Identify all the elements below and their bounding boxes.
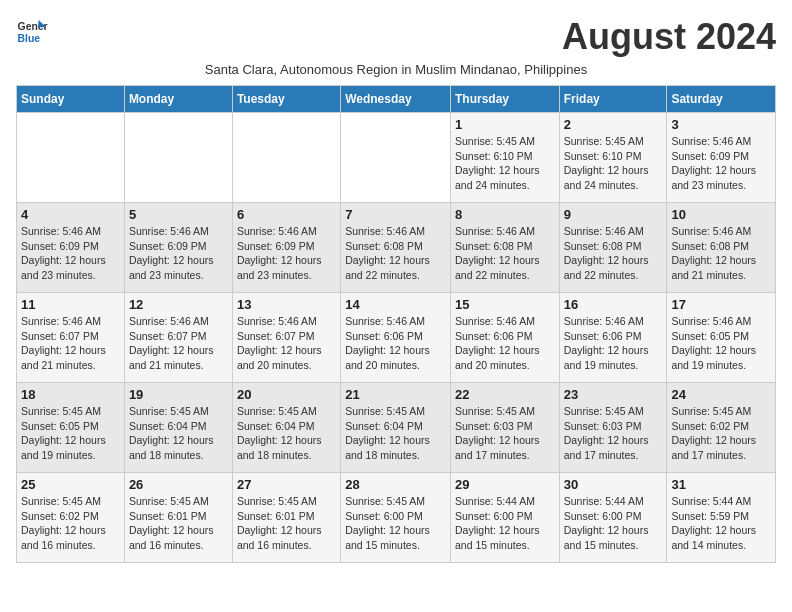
day-number: 4 [21, 207, 120, 222]
day-number: 19 [129, 387, 228, 402]
day-cell: 17Sunrise: 5:46 AM Sunset: 6:05 PM Dayli… [667, 293, 776, 383]
day-cell: 2Sunrise: 5:45 AM Sunset: 6:10 PM Daylig… [559, 113, 667, 203]
day-cell: 4Sunrise: 5:46 AM Sunset: 6:09 PM Daylig… [17, 203, 125, 293]
day-cell: 24Sunrise: 5:45 AM Sunset: 6:02 PM Dayli… [667, 383, 776, 473]
day-number: 22 [455, 387, 555, 402]
day-cell: 3Sunrise: 5:46 AM Sunset: 6:09 PM Daylig… [667, 113, 776, 203]
day-detail: Sunrise: 5:44 AM Sunset: 5:59 PM Dayligh… [671, 494, 771, 553]
day-cell [17, 113, 125, 203]
day-number: 20 [237, 387, 336, 402]
day-number: 27 [237, 477, 336, 492]
day-cell: 30Sunrise: 5:44 AM Sunset: 6:00 PM Dayli… [559, 473, 667, 563]
day-detail: Sunrise: 5:45 AM Sunset: 6:01 PM Dayligh… [129, 494, 228, 553]
day-detail: Sunrise: 5:46 AM Sunset: 6:08 PM Dayligh… [455, 224, 555, 283]
day-detail: Sunrise: 5:45 AM Sunset: 6:05 PM Dayligh… [21, 404, 120, 463]
day-cell: 27Sunrise: 5:45 AM Sunset: 6:01 PM Dayli… [232, 473, 340, 563]
day-number: 10 [671, 207, 771, 222]
day-number: 25 [21, 477, 120, 492]
day-detail: Sunrise: 5:46 AM Sunset: 6:06 PM Dayligh… [455, 314, 555, 373]
day-number: 5 [129, 207, 228, 222]
day-number: 31 [671, 477, 771, 492]
day-detail: Sunrise: 5:46 AM Sunset: 6:05 PM Dayligh… [671, 314, 771, 373]
day-number: 16 [564, 297, 663, 312]
header-row: SundayMondayTuesdayWednesdayThursdayFrid… [17, 86, 776, 113]
day-detail: Sunrise: 5:46 AM Sunset: 6:07 PM Dayligh… [21, 314, 120, 373]
day-cell: 6Sunrise: 5:46 AM Sunset: 6:09 PM Daylig… [232, 203, 340, 293]
day-detail: Sunrise: 5:45 AM Sunset: 6:10 PM Dayligh… [455, 134, 555, 193]
day-detail: Sunrise: 5:46 AM Sunset: 6:08 PM Dayligh… [345, 224, 446, 283]
day-header-friday: Friday [559, 86, 667, 113]
day-cell [341, 113, 451, 203]
day-detail: Sunrise: 5:45 AM Sunset: 6:03 PM Dayligh… [455, 404, 555, 463]
day-cell: 11Sunrise: 5:46 AM Sunset: 6:07 PM Dayli… [17, 293, 125, 383]
day-cell: 26Sunrise: 5:45 AM Sunset: 6:01 PM Dayli… [124, 473, 232, 563]
day-number: 29 [455, 477, 555, 492]
day-cell: 8Sunrise: 5:46 AM Sunset: 6:08 PM Daylig… [450, 203, 559, 293]
day-number: 30 [564, 477, 663, 492]
day-cell: 15Sunrise: 5:46 AM Sunset: 6:06 PM Dayli… [450, 293, 559, 383]
day-header-tuesday: Tuesday [232, 86, 340, 113]
day-header-wednesday: Wednesday [341, 86, 451, 113]
day-number: 11 [21, 297, 120, 312]
day-detail: Sunrise: 5:46 AM Sunset: 6:09 PM Dayligh… [671, 134, 771, 193]
day-cell: 21Sunrise: 5:45 AM Sunset: 6:04 PM Dayli… [341, 383, 451, 473]
calendar-table: SundayMondayTuesdayWednesdayThursdayFrid… [16, 85, 776, 563]
day-cell: 14Sunrise: 5:46 AM Sunset: 6:06 PM Dayli… [341, 293, 451, 383]
day-detail: Sunrise: 5:46 AM Sunset: 6:09 PM Dayligh… [21, 224, 120, 283]
subtitle: Santa Clara, Autonomous Region in Muslim… [16, 62, 776, 77]
day-cell: 18Sunrise: 5:45 AM Sunset: 6:05 PM Dayli… [17, 383, 125, 473]
day-number: 13 [237, 297, 336, 312]
day-number: 18 [21, 387, 120, 402]
day-cell: 9Sunrise: 5:46 AM Sunset: 6:08 PM Daylig… [559, 203, 667, 293]
day-detail: Sunrise: 5:46 AM Sunset: 6:06 PM Dayligh… [345, 314, 446, 373]
day-cell: 31Sunrise: 5:44 AM Sunset: 5:59 PM Dayli… [667, 473, 776, 563]
day-detail: Sunrise: 5:46 AM Sunset: 6:07 PM Dayligh… [129, 314, 228, 373]
day-cell: 23Sunrise: 5:45 AM Sunset: 6:03 PM Dayli… [559, 383, 667, 473]
day-number: 24 [671, 387, 771, 402]
week-row-4: 18Sunrise: 5:45 AM Sunset: 6:05 PM Dayli… [17, 383, 776, 473]
day-cell: 20Sunrise: 5:45 AM Sunset: 6:04 PM Dayli… [232, 383, 340, 473]
day-header-monday: Monday [124, 86, 232, 113]
day-cell: 29Sunrise: 5:44 AM Sunset: 6:00 PM Dayli… [450, 473, 559, 563]
day-detail: Sunrise: 5:45 AM Sunset: 6:02 PM Dayligh… [21, 494, 120, 553]
day-number: 1 [455, 117, 555, 132]
week-row-5: 25Sunrise: 5:45 AM Sunset: 6:02 PM Dayli… [17, 473, 776, 563]
day-cell: 10Sunrise: 5:46 AM Sunset: 6:08 PM Dayli… [667, 203, 776, 293]
day-detail: Sunrise: 5:46 AM Sunset: 6:09 PM Dayligh… [129, 224, 228, 283]
day-cell [232, 113, 340, 203]
day-number: 26 [129, 477, 228, 492]
day-number: 14 [345, 297, 446, 312]
day-cell: 5Sunrise: 5:46 AM Sunset: 6:09 PM Daylig… [124, 203, 232, 293]
day-number: 28 [345, 477, 446, 492]
day-number: 15 [455, 297, 555, 312]
day-number: 6 [237, 207, 336, 222]
day-cell: 28Sunrise: 5:45 AM Sunset: 6:00 PM Dayli… [341, 473, 451, 563]
day-header-thursday: Thursday [450, 86, 559, 113]
day-cell: 1Sunrise: 5:45 AM Sunset: 6:10 PM Daylig… [450, 113, 559, 203]
day-detail: Sunrise: 5:46 AM Sunset: 6:08 PM Dayligh… [671, 224, 771, 283]
day-number: 17 [671, 297, 771, 312]
day-number: 23 [564, 387, 663, 402]
day-detail: Sunrise: 5:45 AM Sunset: 6:04 PM Dayligh… [345, 404, 446, 463]
day-cell: 16Sunrise: 5:46 AM Sunset: 6:06 PM Dayli… [559, 293, 667, 383]
day-detail: Sunrise: 5:44 AM Sunset: 6:00 PM Dayligh… [564, 494, 663, 553]
svg-text:Blue: Blue [18, 33, 41, 44]
logo: General Blue [16, 16, 48, 48]
day-number: 2 [564, 117, 663, 132]
day-detail: Sunrise: 5:45 AM Sunset: 6:03 PM Dayligh… [564, 404, 663, 463]
day-detail: Sunrise: 5:45 AM Sunset: 6:10 PM Dayligh… [564, 134, 663, 193]
day-detail: Sunrise: 5:46 AM Sunset: 6:09 PM Dayligh… [237, 224, 336, 283]
day-detail: Sunrise: 5:45 AM Sunset: 6:04 PM Dayligh… [129, 404, 228, 463]
week-row-1: 1Sunrise: 5:45 AM Sunset: 6:10 PM Daylig… [17, 113, 776, 203]
logo-icon: General Blue [16, 16, 48, 48]
day-detail: Sunrise: 5:46 AM Sunset: 6:07 PM Dayligh… [237, 314, 336, 373]
day-detail: Sunrise: 5:46 AM Sunset: 6:06 PM Dayligh… [564, 314, 663, 373]
day-detail: Sunrise: 5:46 AM Sunset: 6:08 PM Dayligh… [564, 224, 663, 283]
month-title: August 2024 [562, 16, 776, 58]
day-cell: 7Sunrise: 5:46 AM Sunset: 6:08 PM Daylig… [341, 203, 451, 293]
day-header-saturday: Saturday [667, 86, 776, 113]
day-number: 21 [345, 387, 446, 402]
day-detail: Sunrise: 5:45 AM Sunset: 6:00 PM Dayligh… [345, 494, 446, 553]
day-number: 8 [455, 207, 555, 222]
week-row-2: 4Sunrise: 5:46 AM Sunset: 6:09 PM Daylig… [17, 203, 776, 293]
